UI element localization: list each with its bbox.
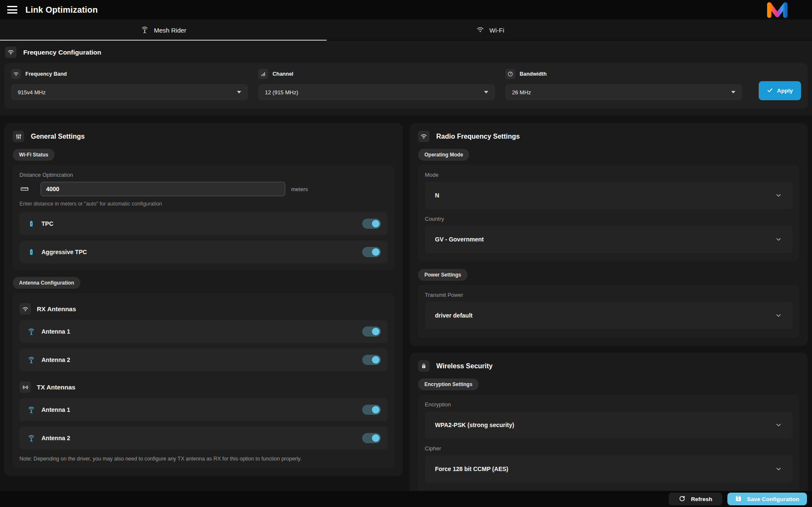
selected-value: driver default xyxy=(435,312,473,319)
cipher-select[interactable]: Force 128 bit CCMP (AES) xyxy=(425,455,793,482)
dropdown-caret-icon xyxy=(237,91,241,93)
rx-antenna-1-toggle[interactable] xyxy=(362,326,381,337)
general-settings-card: General Settings Wi-Fi Status Distance O… xyxy=(4,123,403,476)
bandwidth-select[interactable]: 26 MHz xyxy=(505,84,742,100)
wifi-icon xyxy=(476,25,484,35)
bandwidth-group: Bandwidth 26 MHz xyxy=(505,69,742,100)
tune-icon xyxy=(13,131,24,142)
section-title: Frequency Configuration xyxy=(23,49,101,56)
signal-bars-icon xyxy=(258,69,268,79)
check-icon xyxy=(767,87,773,95)
chevron-down-icon xyxy=(775,312,782,319)
selected-value: 12 (915 MHz) xyxy=(265,89,298,96)
wifi-icon xyxy=(5,47,17,58)
tpc-toggle[interactable] xyxy=(362,219,381,229)
tab-label: Mesh Rider xyxy=(154,27,187,34)
apply-label: Apply xyxy=(777,88,793,94)
ruler-icon xyxy=(19,184,30,194)
save-configuration-button[interactable]: Save Configuration xyxy=(727,493,807,505)
tx-antennas-title: TX Antennas xyxy=(37,384,75,391)
antenna-configuration-chip: Antenna Configuration xyxy=(13,277,80,289)
card-title: Wireless Security xyxy=(436,362,493,370)
encryption-label: Encryption xyxy=(425,401,793,408)
operating-mode-panel: Mode N Country GV - Government xyxy=(418,165,799,261)
encryption-settings-chip: Encryption Settings xyxy=(418,378,479,390)
power-settings-panel: Transmit Power driver default xyxy=(418,285,799,337)
transmit-power-select[interactable]: driver default xyxy=(425,302,793,329)
frequency-band-select[interactable]: 915v4 MHz xyxy=(11,84,248,100)
tpc-row: TPC xyxy=(19,212,388,235)
tab-label: Wi-Fi xyxy=(490,27,504,34)
operating-mode-chip: Operating Mode xyxy=(418,149,469,161)
mode-select[interactable]: N xyxy=(425,182,793,209)
save-icon xyxy=(735,495,742,503)
power-settings-chip: Power Settings xyxy=(418,269,468,281)
encryption-panel: Encryption WPA2-PSK (strong security) Ci… xyxy=(418,395,799,507)
field-label: Bandwidth xyxy=(520,71,547,77)
transmit-power-label: Transmit Power xyxy=(425,292,793,298)
toggle-label: TPC xyxy=(41,220,53,227)
refresh-icon xyxy=(679,495,685,503)
selected-value: 915v4 MHz xyxy=(18,89,46,96)
tx-antenna-2-row: Antenna 2 xyxy=(19,427,388,449)
distance-unit: meters xyxy=(291,186,308,192)
antenna-icon xyxy=(26,327,36,336)
brand-logo-m-icon xyxy=(765,2,789,18)
tx-antenna-2-toggle[interactable] xyxy=(362,433,381,443)
frequency-configuration-section: Frequency Configuration Frequency Band 9… xyxy=(0,41,812,115)
country-label: Country xyxy=(425,216,793,222)
wifi-status-chip: Wi-Fi Status xyxy=(13,149,55,161)
selected-value: N xyxy=(435,192,439,199)
wifi-icon xyxy=(418,131,429,142)
tab-bar: Mesh Rider Wi-Fi xyxy=(0,19,812,41)
apply-button[interactable]: Apply xyxy=(759,81,801,100)
selected-value: GV - Government xyxy=(435,236,484,243)
chevron-down-icon xyxy=(775,236,782,243)
frequency-band-group: Frequency Band 915v4 MHz xyxy=(11,69,248,100)
rx-antenna-2-toggle[interactable] xyxy=(362,355,381,365)
channel-select[interactable]: 12 (915 MHz) xyxy=(258,84,495,100)
country-select[interactable]: GV - Government xyxy=(425,226,793,253)
refresh-label: Refresh xyxy=(691,496,712,502)
antenna-label: Antenna 1 xyxy=(41,328,70,335)
tx-antenna-1-row: Antenna 1 xyxy=(19,398,388,421)
selected-value: Force 128 bit CCMP (AES) xyxy=(435,466,508,472)
rx-antennas-title: RX Antennas xyxy=(37,305,76,312)
menu-icon[interactable] xyxy=(7,5,18,14)
distance-input[interactable] xyxy=(41,182,285,196)
rx-antenna-1-row: Antenna 1 xyxy=(19,320,388,343)
wireless-security-card: Wireless Security Encryption Settings En… xyxy=(410,353,808,507)
wifi-tethering-icon xyxy=(19,381,31,393)
encryption-select[interactable]: WPA2-PSK (strong security) xyxy=(425,411,793,438)
antenna-label: Antenna 2 xyxy=(41,435,70,441)
distance-label: Distance Optimization xyxy=(19,172,388,178)
frequency-config-card: Frequency Band 915v4 MHz Channel 12 (915… xyxy=(4,63,808,109)
field-label: Frequency Band xyxy=(25,71,67,77)
refresh-button[interactable]: Refresh xyxy=(669,493,722,505)
field-label: Channel xyxy=(273,71,293,77)
battery-charging-icon xyxy=(26,248,36,256)
antenna-panel: RX Antennas Antenna 1 xyxy=(13,293,394,469)
tx-antenna-1-toggle[interactable] xyxy=(362,405,381,415)
lock-icon xyxy=(418,360,429,372)
dropdown-caret-icon xyxy=(731,91,735,93)
save-label: Save Configuration xyxy=(747,496,799,502)
chevron-down-icon xyxy=(775,421,782,429)
aggressive-tpc-toggle[interactable] xyxy=(362,247,381,257)
wifi-icon xyxy=(11,69,21,79)
tab-mesh-rider[interactable]: Mesh Rider xyxy=(0,19,327,41)
page-title: Link Optimization xyxy=(25,5,98,15)
distance-helper-text: Enter distance in meters or "auto" for a… xyxy=(19,201,388,207)
wifi-icon xyxy=(19,303,31,315)
antenna-icon xyxy=(26,406,36,414)
cipher-label: Cipher xyxy=(425,445,793,452)
footer-bar: Refresh Save Configuration xyxy=(0,491,812,507)
active-tab-indicator xyxy=(0,40,327,41)
channel-group: Channel 12 (915 MHz) xyxy=(258,69,495,100)
antenna-label: Antenna 2 xyxy=(41,356,70,363)
battery-charging-icon xyxy=(26,220,36,227)
tab-wifi[interactable]: Wi-Fi xyxy=(327,19,653,41)
antenna-icon xyxy=(140,25,149,35)
mode-label: Mode xyxy=(425,172,793,178)
toggle-label: Aggressive TPC xyxy=(41,249,87,255)
